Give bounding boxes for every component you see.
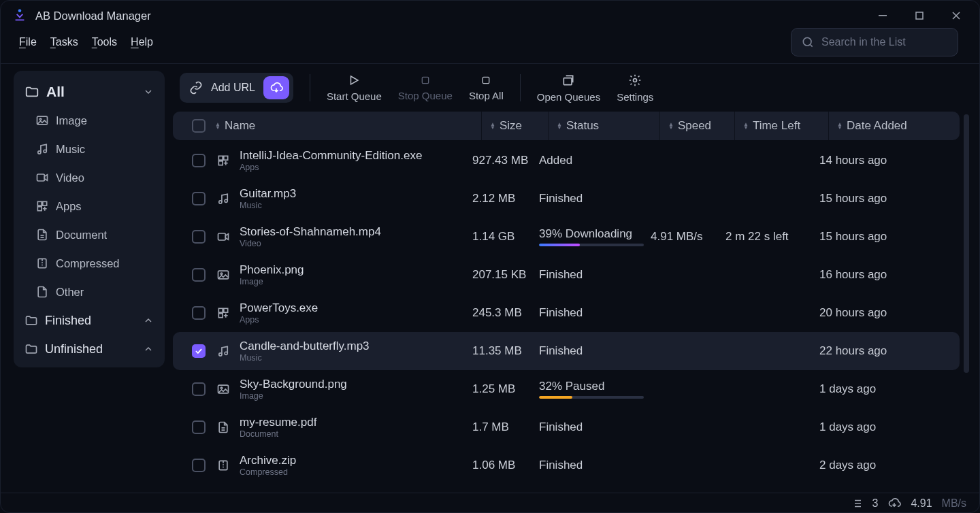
file-name: IntelliJ-Idea-Community-Edition.exe	[240, 149, 422, 163]
sidebar-item-finished[interactable]: Finished	[18, 306, 161, 335]
close-button[interactable]	[941, 5, 972, 27]
file-size: 1.25 MB	[472, 382, 539, 396]
sidebar-item-compressed[interactable]: Compressed	[29, 249, 161, 278]
video-icon	[215, 229, 231, 245]
sidebar-item-apps[interactable]: Apps	[29, 192, 161, 220]
row-checkbox[interactable]	[192, 192, 206, 205]
table-row[interactable]: Stories-of-Shahnameh.mp4Video1.14 GB39% …	[173, 218, 960, 256]
apps-icon	[35, 199, 49, 213]
download-speed-icon	[887, 497, 901, 510]
image-icon	[215, 267, 231, 283]
file-size: 1.14 GB	[472, 230, 539, 244]
column-name[interactable]: ▲▼Name	[215, 112, 482, 140]
search-input[interactable]	[821, 36, 958, 48]
file-date: 15 hours ago	[819, 192, 887, 205]
table-row[interactable]: Guitar.mp3Music2.12 MBFinished15 hours a…	[173, 180, 960, 218]
window-title: AB Download Manager	[35, 10, 151, 22]
sidebar-item-video[interactable]: Video	[29, 163, 161, 192]
statusbar: 3 4.91 MB/s	[0, 493, 980, 513]
menu-tasks[interactable]: Tasks	[50, 36, 78, 48]
column-timeleft[interactable]: ▲▼Time Left	[735, 112, 829, 140]
sidebar: All ImageMusicVideoAppsDocumentCompresse…	[14, 71, 165, 367]
svg-rect-25	[218, 308, 223, 312]
column-size[interactable]: ▲▼Size	[482, 112, 549, 140]
file-name: Stories-of-Shahnameh.mp4	[240, 225, 381, 239]
selected-count: 3	[872, 497, 879, 510]
table-row[interactable]: IntelliJ-Idea-Community-Edition.exeApps9…	[173, 142, 960, 180]
svg-rect-8	[37, 174, 45, 181]
sidebar-item-document[interactable]: Document	[29, 220, 161, 249]
document-icon	[35, 228, 49, 242]
row-checkbox[interactable]	[192, 420, 206, 434]
chevron-up-icon	[143, 315, 154, 326]
sidebar-item-other[interactable]: Other	[29, 278, 161, 306]
column-status[interactable]: ▲▼Status	[549, 112, 660, 140]
compressed-icon	[35, 256, 49, 270]
sidebar-item-music[interactable]: Music	[29, 135, 161, 163]
file-name: Archive.zip	[240, 454, 296, 467]
maximize-button[interactable]	[904, 5, 935, 27]
file-name: Sky-Background.png	[240, 378, 347, 391]
app-logo-icon	[12, 8, 27, 23]
video-icon	[35, 171, 49, 184]
table-row[interactable]: Sky-Background.pngImage1.25 MB32% Paused…	[173, 370, 960, 408]
progress-bar	[539, 396, 644, 399]
column-date[interactable]: ▲▼Date Added	[829, 112, 915, 140]
row-checkbox[interactable]	[192, 382, 206, 396]
play-icon	[348, 74, 360, 86]
minimize-button[interactable]	[867, 5, 898, 27]
table-row[interactable]: my-resume.pdfDocument1.7 MBFinished1 day…	[173, 408, 960, 446]
status-text: Finished	[539, 420, 583, 433]
file-category: Compressed	[240, 467, 296, 477]
sidebar-item-unfinished[interactable]: Unfinished	[18, 335, 161, 363]
start-queue-button[interactable]: Start Queue	[327, 74, 382, 102]
table-row[interactable]: PowerToys.exeApps245.3 MBFinished20 hour…	[173, 294, 960, 332]
menu-tools[interactable]: Tools	[92, 36, 117, 48]
row-checkbox[interactable]	[192, 268, 206, 282]
file-size: 927.43 MB	[472, 154, 539, 167]
status-text: Finished	[539, 306, 583, 319]
folder-icon	[24, 84, 39, 99]
table-row[interactable]: Phoenix.pngImage207.15 KBFinished16 hour…	[173, 256, 960, 294]
file-timeleft: 2 m 22 s left	[725, 230, 819, 244]
menu-help[interactable]: Help	[131, 36, 153, 48]
settings-button[interactable]: Settings	[617, 73, 653, 103]
sidebar-item-label: Video	[56, 171, 84, 184]
table-row[interactable]: Archive.zipCompressed1.06 MBFinished2 da…	[173, 446, 960, 484]
compressed-icon	[215, 457, 231, 474]
svg-point-24	[220, 273, 223, 275]
music-icon	[35, 142, 49, 156]
sidebar-all-label: All	[46, 84, 65, 100]
stop-queue-button[interactable]: Stop Queue	[398, 75, 453, 101]
svg-point-16	[634, 78, 637, 82]
search-input-wrap[interactable]	[791, 28, 958, 56]
stop-all-button[interactable]: Stop All	[469, 75, 504, 101]
svg-point-0	[18, 9, 22, 12]
scrollbar[interactable]	[964, 114, 970, 475]
apps-icon	[215, 305, 231, 321]
row-checkbox[interactable]	[192, 459, 206, 472]
file-date: 16 hours ago	[819, 268, 887, 282]
row-checkbox[interactable]	[192, 154, 206, 167]
menu-file[interactable]: File	[19, 36, 37, 48]
row-checkbox[interactable]	[192, 230, 206, 244]
header-checkbox[interactable]	[192, 119, 206, 133]
open-queues-button[interactable]: Open Queues	[537, 73, 600, 103]
sidebar-item-all[interactable]: All	[18, 78, 161, 106]
file-category: Apps	[240, 163, 422, 172]
search-icon	[801, 35, 815, 49]
sidebar-item-label: Other	[56, 286, 84, 299]
file-size: 11.35 MB	[472, 344, 539, 358]
column-speed[interactable]: ▲▼Speed	[660, 112, 735, 140]
file-category: Video	[240, 239, 381, 248]
link-icon	[189, 81, 203, 95]
file-category: Image	[240, 277, 304, 286]
svg-rect-19	[218, 161, 223, 165]
row-checkbox[interactable]	[192, 344, 206, 358]
svg-point-3	[803, 37, 811, 46]
row-checkbox[interactable]	[192, 306, 206, 320]
add-url-button[interactable]: Add URL	[180, 73, 293, 103]
table-row[interactable]: Candle-and-butterfly.mp3Music11.35 MBFin…	[173, 332, 960, 370]
sidebar-item-image[interactable]: Image	[29, 106, 161, 135]
sidebar-item-label: Document	[56, 229, 107, 242]
